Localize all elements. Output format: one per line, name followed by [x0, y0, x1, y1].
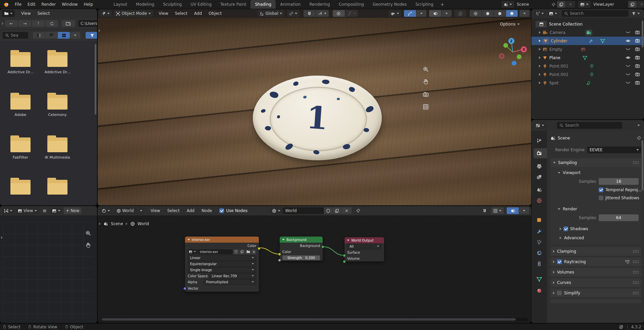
gizmo-settings-dropdown[interactable]: [416, 10, 426, 17]
panel-grip-icon[interactable]: [633, 291, 639, 295]
toggle-xray-button[interactable]: [454, 10, 466, 17]
clamping-panel-header[interactable]: Clamping: [550, 247, 641, 256]
render-visibility-toggle[interactable]: [635, 55, 640, 60]
shader-pin-icon[interactable]: [356, 208, 361, 213]
image-editor-canvas[interactable]: [3, 222, 92, 320]
snap-toggle-button[interactable]: [304, 10, 316, 17]
point-light-data-icon[interactable]: [589, 72, 594, 77]
shader-type-dropdown[interactable]: World: [114, 207, 144, 214]
outliner-display-mode-dropdown[interactable]: [547, 10, 559, 17]
viewport-subpanel-header[interactable]: Viewport: [550, 168, 641, 177]
tab-rendering[interactable]: Rendering: [305, 0, 334, 9]
shader-menu-node[interactable]: Node: [198, 206, 215, 215]
file-menu-view[interactable]: View: [18, 9, 34, 18]
shader-overlays-button[interactable]: [507, 207, 519, 214]
filter-toggle-button[interactable]: [86, 32, 97, 39]
viewlayer-remove-button[interactable]: ×: [637, 1, 644, 8]
render-samples-field[interactable]: 64: [599, 214, 639, 221]
panel-grip-icon[interactable]: [633, 260, 639, 263]
editor-type-properties-button[interactable]: [534, 122, 546, 129]
directory-path-field[interactable]: C:\Users\...: [78, 20, 97, 27]
raytracing-list-icon[interactable]: [625, 260, 630, 264]
create-directory-button[interactable]: [61, 20, 75, 27]
file-item[interactable]: [2, 180, 39, 205]
background-strength-input-socket[interactable]: [278, 259, 281, 262]
hide-toggle[interactable]: [626, 55, 631, 60]
shader-hscrollbar-thumb[interactable]: [102, 318, 516, 321]
file-browser-scrollbar[interactable]: [95, 44, 96, 115]
color-space-dropdown[interactable]: Linear Rec.709: [210, 273, 256, 279]
camera-data-icon[interactable]: [585, 30, 592, 36]
output-target-dropdown[interactable]: All: [347, 244, 381, 249]
shading-settings-dropdown[interactable]: [519, 10, 530, 17]
editor-type-shader-button[interactable]: [100, 207, 112, 214]
camera-view-icon[interactable]: [423, 91, 429, 97]
editor-type-3d-viewport-button[interactable]: [99, 10, 112, 17]
shader-snap-dropdown[interactable]: [491, 207, 504, 214]
viewport-menu-object[interactable]: Object: [205, 9, 225, 18]
outliner-row-spot[interactable]: Spot: [532, 79, 644, 87]
thumbnail-view-button[interactable]: [58, 32, 70, 39]
editor-type-outliner-button[interactable]: [534, 10, 546, 17]
env-node-header[interactable]: interior.exr: [185, 237, 259, 243]
show-overlays-button[interactable]: [429, 10, 441, 17]
shader-snap-magnet-icon[interactable]: [479, 207, 490, 214]
tab-constraints[interactable]: [537, 261, 542, 266]
properties-scrollbar[interactable]: [642, 140, 643, 191]
viewport-samples-field[interactable]: 16: [599, 178, 639, 185]
tab-particles[interactable]: [537, 240, 542, 245]
outliner-row-plane[interactable]: Plane: [532, 53, 644, 62]
fake-user-shield-button[interactable]: [324, 207, 332, 214]
outliner-scrollbar[interactable]: [642, 20, 643, 47]
modifier-wrench-icon[interactable]: [589, 39, 593, 43]
file-search-input[interactable]: Sea: [3, 32, 28, 39]
file-item[interactable]: Addictive Dr...: [39, 52, 76, 82]
tab-texture-paint[interactable]: Texture Paint: [216, 0, 250, 9]
simplify-checkbox[interactable]: [557, 291, 562, 295]
outliner-row-point-002[interactable]: Point.002: [532, 70, 644, 79]
outliner-row-cylinder[interactable]: Cylinder: [532, 37, 644, 45]
env-color-output-socket[interactable]: [258, 247, 261, 250]
render-visibility-toggle[interactable]: [635, 38, 640, 43]
horizontal-list-view-button[interactable]: [45, 32, 57, 39]
env-fake-user-button[interactable]: [233, 249, 239, 254]
env-vector-input-socket[interactable]: [183, 287, 186, 290]
move-view-hand-icon[interactable]: [423, 79, 429, 85]
surface-input-socket[interactable]: [343, 254, 346, 257]
viewport-menu-select[interactable]: Select: [172, 9, 190, 18]
menu-edit[interactable]: Edit: [25, 0, 38, 9]
scene-collection-row[interactable]: Scene Collection: [532, 20, 644, 28]
properties-options-dropdown[interactable]: [637, 125, 640, 126]
image-data-icon[interactable]: [581, 47, 586, 52]
image-editor-collapse-icon[interactable]: [1, 236, 3, 239]
viewport-menu-view[interactable]: View: [156, 9, 171, 18]
env-unlink-button[interactable]: ×: [251, 249, 256, 254]
breadcrumb-scene-label[interactable]: Scene: [111, 221, 123, 226]
tab-scripting[interactable]: Scripting: [411, 0, 438, 9]
add-workspace-button[interactable]: +: [438, 0, 447, 9]
hide-toggle[interactable]: [626, 72, 631, 77]
use-nodes-toggle[interactable]: Use Nodes: [219, 208, 247, 213]
background-node[interactable]: Background Background Color Strength 0.2…: [280, 237, 323, 261]
navigation-gizmo[interactable]: Z X: [497, 37, 529, 66]
vertical-list-view-button[interactable]: [33, 32, 45, 39]
tab-material[interactable]: [537, 288, 542, 293]
env-copy-button[interactable]: [239, 249, 245, 254]
file-item[interactable]: Adobe: [2, 95, 39, 125]
zoom-tool-icon[interactable]: [423, 66, 429, 72]
pin-id-icon[interactable]: [637, 136, 641, 140]
raytracing-panel-header[interactable]: Raytracing: [550, 257, 641, 266]
outliner-row-point-001[interactable]: Point.001: [532, 62, 644, 70]
render-visibility-toggle[interactable]: [635, 72, 640, 77]
breadcrumb-collapse-icon[interactable]: [99, 222, 101, 225]
menu-help[interactable]: Help: [81, 0, 96, 9]
outliner-filter-dropdown[interactable]: [630, 10, 642, 17]
mesh-data-icon[interactable]: [583, 55, 587, 60]
env-image-name-field[interactable]: interior.exr: [197, 249, 233, 254]
shader-menu-select[interactable]: Select: [164, 206, 183, 215]
tab-uv-editing[interactable]: UV Editing: [186, 0, 216, 9]
strength-slider[interactable]: Strength 0.200: [282, 255, 320, 260]
render-visibility-toggle[interactable]: [635, 30, 640, 35]
hide-toggle[interactable]: [626, 47, 631, 52]
scene-name-field[interactable]: Scene: [514, 1, 550, 8]
